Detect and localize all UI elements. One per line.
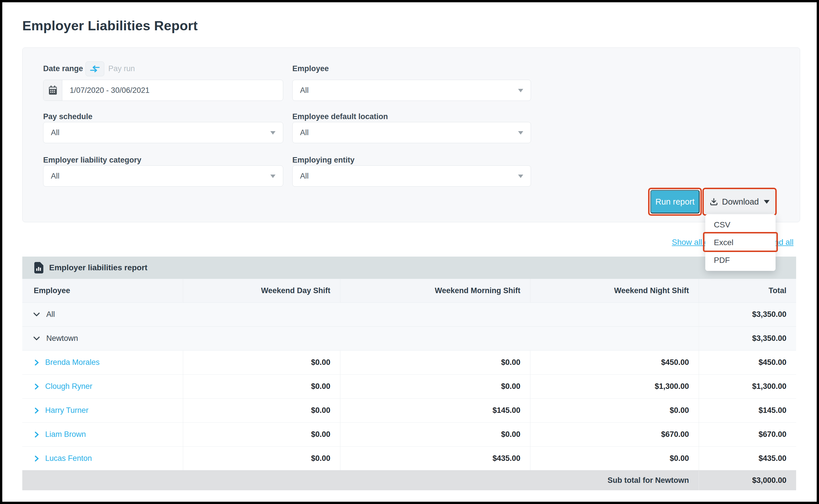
weekend-morning-value: $0.00	[340, 375, 530, 398]
report-file-icon	[34, 262, 43, 273]
download-menu: CSV Excel PDF	[705, 214, 776, 271]
group-total: $3,350.00	[699, 303, 796, 326]
group-row-newtown: Newtown $3,350.00	[22, 326, 796, 350]
weekend-morning-value: $145.00	[340, 399, 530, 422]
employee-label: Employee	[292, 64, 329, 73]
col-weekend-morning: Weekend Morning Shift	[340, 279, 530, 302]
total-value: $435.00	[699, 447, 796, 470]
group-label: Newtown	[46, 334, 78, 343]
download-icon	[710, 197, 718, 206]
col-weekend-night: Weekend Night Shift	[530, 279, 699, 302]
employee-name: Liam Brown	[45, 430, 86, 439]
pay-schedule-value: All	[43, 128, 59, 137]
weekend-morning-value: $0.00	[340, 351, 530, 374]
employee-select[interactable]: All	[292, 80, 531, 101]
default-location-label: Employee default location	[292, 112, 388, 121]
pay-schedule-select[interactable]: All	[43, 122, 283, 143]
chevron-right-icon	[34, 359, 39, 366]
weekend-night-value: $0.00	[530, 399, 699, 422]
date-payrun-toggle[interactable]	[85, 61, 104, 76]
employee-link[interactable]: Harry Turner	[22, 399, 183, 422]
download-button[interactable]: Download	[705, 190, 774, 213]
run-report-button[interactable]: Run report	[650, 190, 700, 213]
employee-name: Harry Turner	[45, 406, 89, 415]
chevron-down-icon	[270, 131, 275, 135]
weekend-day-value: $0.00	[183, 375, 340, 398]
subtotal-row: Sub total for Newtown $3,000.00	[22, 470, 796, 490]
liability-category-select[interactable]: All	[43, 165, 283, 187]
employee-link[interactable]: Liam Brown	[22, 423, 183, 446]
chevron-right-icon	[34, 455, 39, 462]
chevron-down-icon	[270, 175, 275, 178]
chevron-right-icon	[34, 383, 39, 390]
weekend-morning-value: $435.00	[340, 447, 530, 470]
col-employee: Employee	[22, 279, 183, 302]
download-label: Download	[722, 197, 759, 207]
group-toggle-newtown[interactable]: Newtown	[22, 327, 699, 350]
employee-link[interactable]: Clough Ryner	[22, 375, 183, 398]
subtotal-label: Sub total for Newtown	[530, 471, 699, 490]
chevron-down-icon	[518, 89, 523, 92]
weekend-morning-value: $0.00	[340, 423, 530, 446]
table-row: Brenda Morales $0.00 $0.00 $450.00 $450.…	[22, 350, 796, 374]
employing-entity-value: All	[293, 172, 309, 181]
employee-link[interactable]: Lucas Fenton	[22, 447, 183, 470]
weekend-day-value: $0.00	[183, 447, 340, 470]
table-row: Harry Turner $0.00 $145.00 $0.00 $145.00	[22, 398, 796, 422]
weekend-night-value: $0.00	[530, 447, 699, 470]
menu-item-pdf[interactable]: PDF	[705, 251, 776, 269]
chevron-right-icon	[34, 431, 39, 438]
group-label: All	[46, 310, 55, 319]
payrun-label: Pay run	[108, 64, 135, 73]
chevron-down-icon	[518, 131, 523, 135]
filters-panel: Date range Pay run	[22, 47, 800, 222]
default-location-select[interactable]: All	[292, 122, 531, 143]
weekend-night-value: $670.00	[530, 423, 699, 446]
chevron-down-icon	[33, 312, 40, 317]
default-location-value: All	[293, 128, 309, 137]
total-value: $670.00	[699, 423, 796, 446]
group-toggle-all[interactable]: All	[22, 303, 699, 326]
table-row: Liam Brown $0.00 $0.00 $670.00 $670.00	[22, 422, 796, 446]
report-table: Employer liabilities report Employee Wee…	[22, 257, 796, 490]
col-total: Total	[699, 279, 796, 302]
weekend-day-value: $0.00	[183, 351, 340, 374]
date-range-value: 1/07/2020 - 30/06/2021	[62, 86, 149, 95]
employer-liabilities-page: Employer Liabilities Report Date range P…	[0, 0, 819, 504]
employee-link[interactable]: Brenda Morales	[22, 351, 183, 374]
page-title: Employer Liabilities Report	[22, 18, 198, 33]
chevron-down-icon	[33, 336, 40, 341]
employee-name: Brenda Morales	[45, 358, 100, 367]
weekend-day-value: $0.00	[183, 423, 340, 446]
liability-category-label: Employer liability category	[43, 156, 141, 165]
pay-schedule-label: Pay schedule	[43, 112, 93, 121]
weekend-day-value: $0.00	[183, 399, 340, 422]
employee-name: Lucas Fenton	[45, 454, 92, 463]
weekend-night-value: $450.00	[530, 351, 699, 374]
menu-item-csv[interactable]: CSV	[705, 216, 776, 234]
total-value: $145.00	[699, 399, 796, 422]
total-value: $450.00	[699, 351, 796, 374]
table-row: Lucas Fenton $0.00 $435.00 $0.00 $435.00	[22, 446, 796, 470]
column-header-row: Employee Weekend Day Shift Weekend Morni…	[22, 279, 796, 302]
group-row-all: All $3,350.00	[22, 302, 796, 326]
swap-arrows-icon	[89, 65, 100, 73]
col-weekend-day: Weekend Day Shift	[183, 279, 340, 302]
employee-value: All	[293, 86, 309, 95]
weekend-night-value: $1,300.00	[530, 375, 699, 398]
employing-entity-label: Employing entity	[292, 156, 355, 165]
run-report-highlight: Run report	[648, 188, 702, 216]
calendar-icon	[43, 80, 62, 101]
menu-item-excel[interactable]: Excel	[705, 234, 776, 251]
caret-down-icon	[764, 200, 770, 204]
group-total: $3,350.00	[699, 327, 796, 350]
date-range-input[interactable]: 1/07/2020 - 30/06/2021	[43, 80, 283, 101]
report-title: Employer liabilities report	[49, 263, 147, 272]
total-value: $1,300.00	[699, 375, 796, 398]
table-row: Clough Ryner $0.00 $0.00 $1,300.00 $1,30…	[22, 374, 796, 398]
liability-category-value: All	[43, 172, 59, 181]
employing-entity-select[interactable]: All	[292, 165, 531, 187]
download-highlight: Download	[702, 188, 777, 216]
report-header-bar: Employer liabilities report	[22, 257, 796, 279]
employee-name: Clough Ryner	[45, 382, 92, 391]
